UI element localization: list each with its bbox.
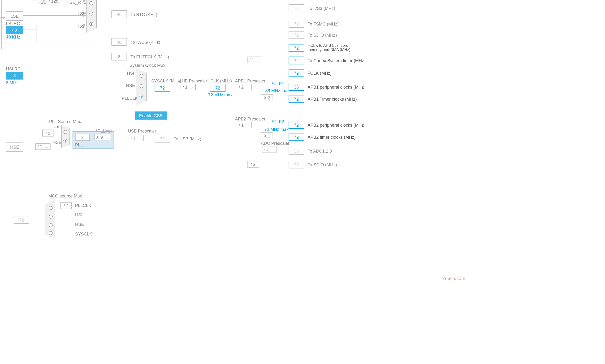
sig-pllclk: PLLCLK: [122, 96, 138, 101]
cortex-div[interactable]: / 1: [247, 57, 262, 63]
hse-block: HSE: [6, 142, 23, 152]
apb2p-label: APB2 peripheral clocks (MHz): [308, 123, 364, 127]
sys-mux[interactable]: [136, 68, 147, 105]
diagram-container: Input frequency 32.768 0-1000 KHz LSE LS…: [0, 0, 468, 282]
hsi-unit: 8 MHz: [6, 80, 18, 85]
sig-hse-rtc: HSE_RTC: [66, 0, 87, 5]
sig-hsi-3: HSI: [53, 125, 61, 130]
sys-mux-label: System Clock Mux: [130, 63, 165, 68]
sig-lsi: LSI: [78, 24, 84, 29]
ahb-label: AHB Prescaler: [179, 79, 207, 83]
clock-diagram[interactable]: Input frequency 32.768 0-1000 KHz LSE LS…: [0, 0, 364, 277]
sig-hsi-4: HSI: [75, 213, 82, 217]
pll-label: PLL: [75, 143, 83, 147]
lse-block: LSE: [6, 11, 23, 21]
cortex-label: To Cortex System timer (MHz): [308, 58, 364, 63]
hse-div[interactable]: / 1: [35, 143, 51, 150]
lsi-unit: 40 KHz: [6, 35, 20, 39]
usb-div[interactable]: / 1: [129, 135, 144, 141]
enable-css-button[interactable]: Enable CSS: [135, 112, 167, 120]
apb1-x: X 2: [261, 94, 273, 101]
apb2-label: APB2 Prescaler: [235, 117, 265, 121]
cortex-val: 72: [289, 57, 304, 65]
mco-div2: / 2: [61, 202, 72, 209]
adc-val: 36: [289, 147, 304, 155]
adc-div[interactable]: / 2: [262, 146, 277, 152]
hsi-block: 8: [6, 72, 23, 80]
to-flitf: To FLITFCLK (MHz): [131, 54, 169, 59]
sdio-div: / 2: [247, 161, 259, 168]
pll-src-mux-label: PLL Source Mux: [49, 119, 81, 124]
apb1p-val: 36: [289, 83, 304, 91]
ahb-div[interactable]: / 1: [181, 84, 196, 90]
apb2t-label: APB2 timer clocks (MHz): [308, 135, 356, 140]
sig-hsi-2: HSI: [127, 71, 134, 76]
sig-lse: LSE: [78, 11, 86, 16]
mco-mux-label: MCO source Mux: [48, 194, 82, 198]
pllmul-label: *PLLMul: [96, 129, 112, 133]
lsi-block: 40: [6, 26, 23, 34]
usb-val: 72: [155, 135, 170, 143]
sig-hse-label: HSE: [38, 0, 47, 5]
apb1p-label: APB1 peripheral clocks (MHz): [308, 85, 364, 89]
apb2-div[interactable]: / 1: [237, 122, 252, 128]
sdio-label: To SDIO (MHz): [308, 33, 337, 38]
to-rtc: To RTC (KHz): [131, 12, 157, 17]
sig-pllclk-2: PLLCLK: [75, 203, 91, 208]
i2s3-val: 72: [289, 4, 304, 12]
fclk-val: 72: [289, 69, 304, 77]
sig-hse-4: HSE: [75, 222, 84, 227]
rtc-out: 40: [111, 10, 127, 18]
hclk-bus-label: HCLK to AHB bus, core, memory and DMA (M…: [308, 43, 355, 52]
sdio-val: 72: [289, 31, 304, 39]
pll-in: 8: [75, 134, 90, 141]
pll-src-mux[interactable]: [61, 125, 70, 148]
sysclk-val[interactable]: 72: [155, 84, 170, 92]
adc-out-label: To ADC1,2,3: [308, 149, 332, 153]
rtc-div128: / 128: [46, 0, 61, 4]
sig-hse-2: HSE: [126, 83, 135, 88]
sig-sysclk: SYSCLK: [75, 232, 92, 236]
pclk1-max: 36 MHz max: [265, 88, 289, 93]
hclk-label: HCLK (MHz): [207, 79, 232, 83]
hclk-max: 72 MHz max: [208, 92, 233, 97]
flitf-out: 8: [111, 53, 127, 61]
hsi-rc-label: HSI RC: [6, 67, 21, 71]
mco-val: 72: [14, 216, 29, 224]
fsmc-label: To FSMC (MHz): [308, 22, 339, 26]
apb1t-label: APB1 Timer clocks (MHz): [308, 97, 357, 102]
apb1-div[interactable]: / 2: [237, 84, 252, 90]
pll-div2: / 2: [42, 130, 54, 137]
apb2p-val: 72: [289, 121, 304, 129]
apb2t-val: 72: [289, 133, 304, 141]
pclk1: PCLK1: [270, 81, 284, 86]
watermark: Yuucn.com: [442, 275, 465, 282]
lsi-rc-label: LSI RC: [6, 21, 20, 26]
to-usb: To USB (MHz): [174, 137, 201, 141]
to-iwdg: To IWDG (KHz): [131, 40, 160, 44]
mco-mux[interactable]: [45, 200, 55, 239]
usb-label: USB Prescaler: [128, 129, 156, 133]
hclk-val[interactable]: 72: [210, 84, 225, 92]
rtc-mux[interactable]: [86, 0, 97, 33]
apb2-x: X 1: [261, 132, 273, 139]
apb1-label: APB1 Prescaler: [235, 79, 265, 83]
iwdg-out: 40: [111, 38, 127, 46]
sdio2-label: To SDIO (MHz): [308, 163, 337, 167]
pclk2-max: 72 MHz max: [264, 127, 289, 132]
sig-hse-3: HSE: [53, 140, 62, 144]
sysclk-label: SYSCLK (MHz): [151, 79, 181, 83]
fsmc-val: 72: [289, 20, 304, 28]
i2s3-label: To I2S3 (MHz): [308, 6, 335, 11]
pclk2: PCLK2: [270, 119, 284, 124]
pllmul[interactable]: X 9: [94, 134, 111, 140]
fclk-label: FCLK (MHz): [308, 71, 332, 76]
hclk-bus-val: 72: [289, 44, 304, 52]
sdio2-val: 36: [289, 161, 304, 169]
apb1t-val: 72: [289, 95, 304, 103]
adc-label: ADC Prescaler: [261, 141, 289, 145]
